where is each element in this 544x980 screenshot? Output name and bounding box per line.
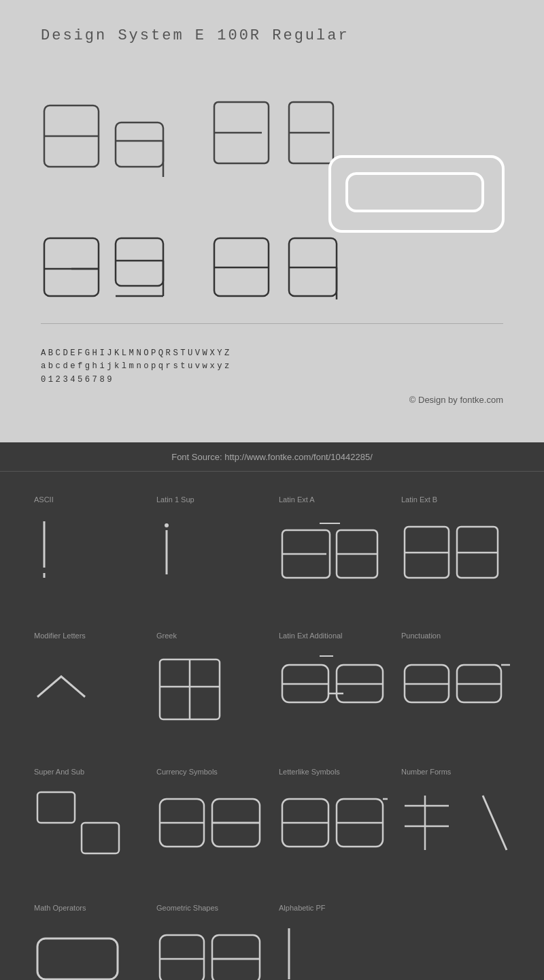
glyph-cell-modletters: Modifier Letters [27, 621, 150, 730]
glyph-cell-ascii: ASCII [27, 485, 150, 594]
alphabet-svg: ABCDEFGHIJKLMNOPQRSTUVWXYZ abcdefghijklm… [41, 334, 503, 389]
glyph-cell-latin1sup: Latin 1 Sup [150, 485, 272, 594]
glyph-cell-currency: Currency Symbols [150, 757, 272, 866]
svg-rect-70 [160, 935, 204, 980]
glyph-content-latin1sup [156, 514, 265, 587]
font-title: Design System E 100R Regular [41, 27, 503, 44]
glyph-cell-geoshapes: Geometric Shapes [150, 894, 272, 980]
glyph-content-latinexta [279, 514, 388, 587]
glyph-cell-greek: Greek [150, 621, 272, 730]
glyphs-grid-row3: Super And Sub Currency Symbols [0, 744, 544, 880]
svg-rect-14 [116, 238, 163, 286]
glyph-content-ascii [34, 514, 143, 587]
glyph-label-latin1sup: Latin 1 Sup [156, 495, 265, 504]
glyph-cell-punctuation: Punctuation [394, 621, 517, 730]
glyphs-grid-row4: Math Operators Geometric Shapes [0, 880, 544, 980]
svg-rect-72 [212, 935, 260, 980]
glyph-content-alphabeticpf [279, 922, 388, 980]
glyph-Aa [41, 99, 190, 180]
glyphs-grid-row1: ASCII Latin 1 Sup Latin Ext A [0, 472, 544, 608]
svg-rect-2 [116, 122, 163, 167]
glyph-label-currency: Currency Symbols [156, 768, 265, 776]
dark-section: Font Source: http://www.fontke.com/font/… [0, 442, 544, 980]
glyph-label-greek: Greek [156, 632, 265, 640]
glyph-label-letterlike: Letterlike Symbols [279, 768, 388, 776]
glyph-content-latinextb [401, 514, 510, 587]
glyph-label-alphabeticpf: Alphabetic PF [279, 904, 388, 912]
glyph-content-mathops [34, 922, 143, 980]
glyph-content-currency [156, 786, 265, 860]
glyph-cell-latinexta: Latin Ext A [272, 485, 394, 594]
glyph-label-geoshapes: Geometric Shapes [156, 904, 265, 912]
glyph-label-latinextb: Latin Ext B [401, 495, 510, 504]
glyph-label-latinexta: Latin Ext A [279, 495, 388, 504]
glyph-label-ascii: ASCII [34, 495, 143, 504]
glyphs-grid-row2: Modifier Letters Greek Lat [0, 608, 544, 744]
glyph-cell-superandsub: Super And Sub [27, 757, 150, 866]
svg-line-65 [483, 796, 507, 850]
glyph-label-modletters: Modifier Letters [34, 632, 143, 640]
glyph-content-punctuation [401, 650, 510, 723]
alphabet-row: ABCDEFGHIJKLMNOPQRSTUVWXYZ abcdefghijklm… [41, 323, 503, 391]
glyph-content-numberforms [401, 786, 510, 860]
glyph-cell-mathops: Math Operators [27, 894, 150, 980]
glyph-cell-empty [394, 894, 517, 980]
svg-text:0123456789: 0123456789 [41, 375, 114, 385]
font-source-text: Font Source: http://www.fontke.com/font/… [171, 452, 373, 462]
glyph-content-superandsub [34, 786, 143, 860]
svg-rect-10 [347, 174, 483, 211]
glyph-content-modletters [34, 650, 143, 723]
svg-rect-9 [330, 157, 503, 231]
glyph-label-numberforms: Number Forms [401, 768, 510, 776]
glyph-Gg [41, 235, 190, 303]
svg-text:abcdefghijklmnopqrstuvwxyz: abcdefghijklmnopqrstuvwxyz [41, 361, 232, 371]
svg-rect-54 [82, 823, 119, 853]
glyph-Qq [211, 235, 347, 303]
glyph-label-punctuation: Punctuation [401, 632, 510, 640]
glyph-cell-latinextadd: Latin Ext Additional [272, 621, 394, 730]
svg-rect-53 [37, 792, 75, 823]
font-source-bar: Font Source: http://www.fontke.com/font/… [0, 442, 544, 472]
glyph-cell-letterlike: Letterlike Symbols [272, 757, 394, 866]
glyph-cell-latinextb: Latin Ext B [394, 485, 517, 594]
glyph-content-latinextadd [279, 650, 388, 723]
glyph-label-superandsub: Super And Sub [34, 768, 143, 776]
glyph-label-latinextadd: Latin Ext Additional [279, 632, 388, 640]
svg-point-29 [165, 523, 169, 527]
svg-rect-11 [44, 238, 99, 296]
glyph-content-greek [156, 650, 265, 723]
hero-section: Design System E 100R Regular [0, 0, 544, 442]
glyph-content-letterlike [279, 786, 388, 860]
svg-text:ABCDEFGHIJKLMNOPQRSTUVWXYZ: ABCDEFGHIJKLMNOPQRSTUVWXYZ [41, 348, 232, 358]
copyright-line: © Design by fontke.com [41, 391, 503, 412]
glyph-label-mathops: Math Operators [34, 904, 143, 912]
glyph-cell-alphabeticpf: Alphabetic PF [272, 894, 394, 980]
glyph-content-geoshapes [156, 922, 265, 980]
glyph-white-rect [326, 153, 510, 235]
glyph-cell-numberforms: Number Forms [394, 757, 517, 866]
svg-rect-69 [37, 938, 118, 979]
